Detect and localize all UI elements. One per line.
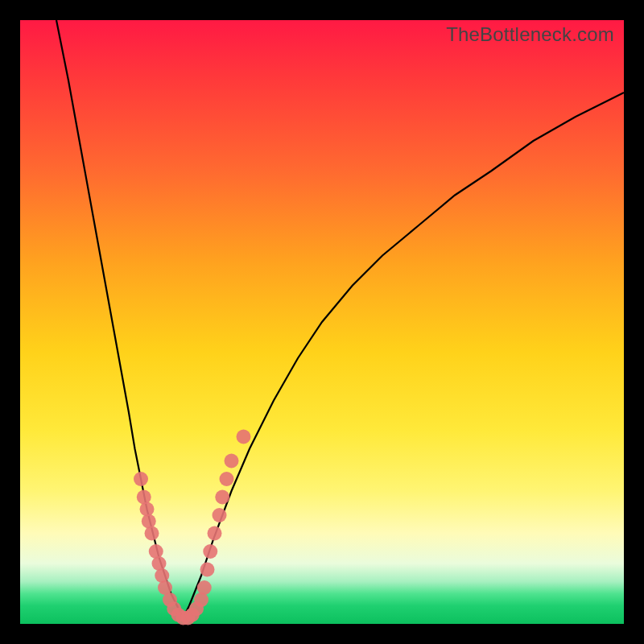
scatter-dots <box>134 430 251 625</box>
data-point <box>237 430 251 444</box>
curve-right <box>184 93 625 618</box>
data-point <box>213 508 227 522</box>
data-point <box>220 472 234 486</box>
data-point <box>225 454 239 469</box>
curve-left <box>56 20 184 618</box>
data-point <box>203 544 217 559</box>
data-point <box>155 568 169 583</box>
data-point <box>200 563 215 577</box>
data-point <box>208 526 222 541</box>
watermark-text: TheBottleneck.com <box>446 23 614 46</box>
data-point <box>142 514 156 529</box>
data-point <box>194 592 208 607</box>
chart-frame: TheBottleneck.com <box>20 20 624 624</box>
data-point <box>152 556 167 571</box>
data-point <box>137 490 151 505</box>
data-point <box>149 544 163 559</box>
data-point <box>145 526 159 541</box>
bottleneck-plot <box>20 20 624 624</box>
data-point <box>215 490 229 505</box>
data-point <box>197 580 212 595</box>
data-point <box>134 472 148 486</box>
